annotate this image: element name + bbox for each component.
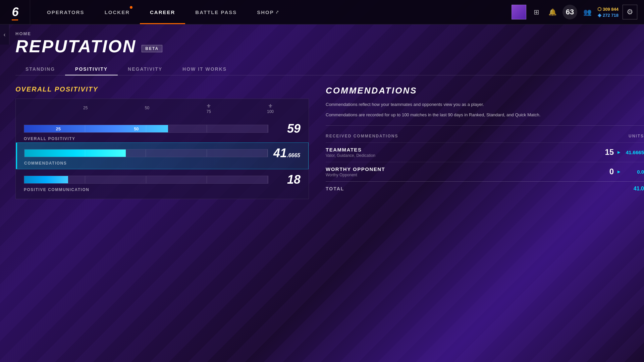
bar-label-25: 25: [56, 126, 61, 131]
operators-icon[interactable]: ⊞: [530, 6, 542, 18]
tabs: STANDING POSITIVITY NEGATIVITY HOW IT WO…: [15, 63, 644, 75]
back-button[interactable]: ‹: [0, 24, 9, 45]
worthy-arrow-icon: ►: [616, 169, 621, 174]
page-title: REPUTATION: [15, 38, 136, 55]
scale-marker-100: ⚜ 100: [267, 103, 274, 114]
teammate-value: 41.6665: [624, 149, 644, 155]
tab-how-it-works[interactable]: HOW IT WORKS: [172, 63, 237, 75]
blue-currency: ◈272 718: [598, 12, 619, 18]
commendation-row-worthy: Worthy Opponent Worthy Opponent 0 ► 0.0: [326, 162, 644, 181]
teammate-name: TEAMMATES: [326, 147, 375, 153]
commendations-table-header: RECEIVED COMMENDATIONS UNITS: [326, 132, 644, 140]
currency-display: ⬡309 844 ◈272 718: [597, 6, 619, 18]
teammate-subtitle: Valor, Guidance, Dedication: [326, 153, 375, 158]
commendation-row-teammates: TEAMMATES Valor, Guidance, Dedication 15…: [326, 142, 644, 162]
arrow-icon: ►: [616, 149, 621, 155]
section-title: OVERALL POSITIVITY: [15, 85, 309, 93]
nav-right: ⊞ 🔔 63 👥 ⬡309 844 ◈272 718 ⚙: [512, 5, 644, 19]
nav-items: OPERATORS LOCKER CAREER BATTLE PASS SHOP…: [30, 0, 512, 24]
nav-item-shop[interactable]: SHOP ⤤: [247, 0, 289, 24]
scale-marker-75: ⚜ 75: [206, 103, 211, 114]
right-panel: COMMENDATIONS Commendations reflect how …: [309, 85, 644, 199]
worthy-info: Worthy Opponent Worthy Opponent: [326, 166, 385, 177]
logo-icon: 6: [12, 5, 18, 19]
avatar: [512, 5, 526, 19]
scale-marker-50: 50: [145, 106, 149, 110]
positive-comm-value: 18: [274, 173, 301, 187]
nav-item-battle-pass[interactable]: BATTLE PASS: [185, 0, 247, 24]
scale-marker-25: 25: [83, 106, 88, 110]
worthy-values: 0 ► 0.0: [609, 167, 644, 176]
content-columns: OVERALL POSITIVITY 25 50: [15, 85, 644, 199]
table-header-right: UNITS: [629, 134, 644, 138]
total-label: TOTAL: [326, 186, 344, 191]
level-badge: 63: [562, 5, 577, 19]
teammate-values: 15 ► 41.6665: [605, 147, 644, 157]
overall-positivity-row: 25 50 59 OVERALL POSITIVITY: [24, 122, 301, 141]
overall-label: OVERALL POSITIVITY: [24, 136, 301, 141]
nav-item-career[interactable]: CAREER: [140, 0, 185, 24]
teammate-info: TEAMMATES Valor, Guidance, Dedication: [326, 147, 375, 158]
bar-label-50: 50: [134, 126, 139, 131]
worthy-name: Worthy Opponent: [326, 166, 385, 172]
tab-standing[interactable]: STANDING: [15, 63, 65, 75]
nav-item-locker[interactable]: LOCKER: [95, 0, 140, 24]
main-content: HOME REPUTATION BETA STANDING POSITIVITY…: [0, 24, 644, 199]
nav-logo: 6: [0, 0, 30, 24]
commendation-total-row: TOTAL 41.0: [326, 181, 644, 196]
notifications-icon[interactable]: 🔔: [546, 6, 558, 18]
beta-badge: BETA: [142, 45, 162, 52]
nav-item-operators[interactable]: OPERATORS: [37, 0, 95, 24]
friends-icon[interactable]: 👥: [581, 6, 593, 18]
locker-badge: [130, 6, 132, 9]
tab-positivity[interactable]: POSITIVITY: [65, 63, 118, 75]
commendations-title: COMMENDATIONS: [326, 85, 644, 96]
gold-currency: ⬡309 844: [597, 6, 619, 12]
teammate-count: 15: [605, 147, 614, 157]
navbar: 6 OPERATORS LOCKER CAREER BATTLE PASS SH…: [0, 0, 644, 24]
breadcrumb: HOME: [15, 31, 644, 36]
overall-value: 59: [274, 122, 301, 136]
commendations-label: COMMENDATIONS: [24, 161, 300, 166]
table-header-left: RECEIVED COMMENDATIONS: [326, 134, 398, 138]
shop-external-icon: ⤤: [275, 10, 279, 14]
positive-comm-label: POSITIVE COMMUNICATION: [24, 187, 301, 192]
worthy-value: 0.0: [624, 169, 644, 175]
commendations-divider: [326, 125, 644, 126]
settings-button[interactable]: ⚙: [623, 5, 637, 19]
commendations-value: 41.6665: [273, 146, 300, 160]
tab-negativity[interactable]: NEGATIVITY: [118, 63, 172, 75]
left-panel: OVERALL POSITIVITY 25 50: [15, 85, 309, 199]
page-title-container: REPUTATION BETA: [15, 38, 644, 55]
commendations-row: 41.6665 COMMENDATIONS: [16, 142, 309, 169]
positive-communication-row: 18 POSITIVE COMMUNICATION: [24, 173, 301, 192]
commendations-desc-2: Commendations are recorded for up to 100…: [326, 112, 644, 119]
total-value: 41.0: [634, 186, 644, 192]
commendations-desc-1: Commendations reflect how your teammates…: [326, 101, 644, 108]
worthy-subtitle: Worthy Opponent: [326, 173, 385, 177]
worthy-count: 0: [609, 167, 614, 176]
progress-container: 25 50 ⚜ 75 ⚜: [15, 99, 309, 199]
